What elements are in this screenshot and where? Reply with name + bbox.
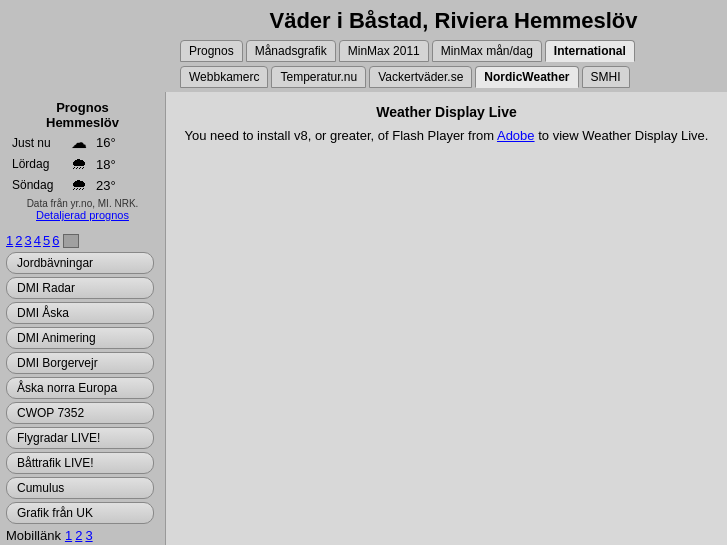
sidebar-btn-aska-norra[interactable]: Åska norra Europa bbox=[6, 377, 154, 399]
tab-manadsgrafik[interactable]: Månadsgrafik bbox=[246, 40, 336, 62]
page-next-arrow[interactable] bbox=[63, 234, 79, 248]
sidebar-btn-flygradar[interactable]: Flygradar LIVE! bbox=[6, 427, 154, 449]
weather-label-sondag: Söndag bbox=[12, 178, 64, 192]
sidebar: Prognos Hemmeslöv Just nu ☁ 16° Lördag 🌧… bbox=[0, 92, 165, 545]
sidebar-btn-dmi-animering[interactable]: DMI Animering bbox=[6, 327, 154, 349]
page-num-3[interactable]: 3 bbox=[24, 233, 31, 248]
weather-label-justnow: Just nu bbox=[12, 136, 64, 150]
prognos-box: Prognos Hemmeslöv Just nu ☁ 16° Lördag 🌧… bbox=[6, 96, 159, 227]
data-source: Data från yr.no, MI. NRK. bbox=[12, 198, 153, 209]
tab-prognos[interactable]: Prognos bbox=[180, 40, 243, 62]
sidebar-btn-battrafik[interactable]: Båttrafik LIVE! bbox=[6, 452, 154, 474]
page-title: Väder i Båstad, Riviera Hemmeslöv bbox=[0, 0, 727, 38]
weather-temp-lordag: 18° bbox=[96, 157, 116, 172]
page-num-2[interactable]: 2 bbox=[15, 233, 22, 248]
weather-label-lordag: Lördag bbox=[12, 157, 64, 171]
tabs-row2: Webbkamerc Temperatur.nu Vackertväder.se… bbox=[0, 64, 727, 90]
weather-icon-justnow: ☁ bbox=[64, 133, 94, 152]
mobillank-row: Mobillänk 1 2 3 bbox=[6, 528, 159, 543]
sidebar-btn-cwop[interactable]: CWOP 7352 bbox=[6, 402, 154, 424]
weather-temp-sondag: 23° bbox=[96, 178, 116, 193]
tab-nordicweather[interactable]: NordicWeather bbox=[475, 66, 578, 88]
tab-smhi[interactable]: SMHI bbox=[582, 66, 630, 88]
weather-row-lordag: Lördag 🌧 18° bbox=[12, 155, 153, 173]
content-text-before-link: You need to install v8, or greater, of F… bbox=[185, 128, 497, 143]
weather-icon-lordag: 🌧 bbox=[64, 155, 94, 173]
tab-webbkamerc[interactable]: Webbkamerc bbox=[180, 66, 268, 88]
mobillank-3[interactable]: 3 bbox=[85, 528, 92, 543]
tab-vackertväder[interactable]: Vackertväder.se bbox=[369, 66, 472, 88]
adobe-link[interactable]: Adobe bbox=[497, 128, 535, 143]
page-num-5[interactable]: 5 bbox=[43, 233, 50, 248]
sidebar-btn-grafik-uk[interactable]: Grafik från UK bbox=[6, 502, 154, 524]
content-area: Weather Display Live You need to install… bbox=[165, 92, 727, 545]
tab-temperatur[interactable]: Temperatur.nu bbox=[271, 66, 366, 88]
content-title: Weather Display Live bbox=[182, 104, 711, 120]
content-text-after-link: to view Weather Display Live. bbox=[535, 128, 709, 143]
sidebar-btn-cumulus[interactable]: Cumulus bbox=[6, 477, 154, 499]
page-numbers: 1 2 3 4 5 6 bbox=[6, 233, 159, 248]
tab-minmax2011[interactable]: MinMax 2011 bbox=[339, 40, 429, 62]
weather-row-justnow: Just nu ☁ 16° bbox=[12, 133, 153, 152]
weather-temp-justnow: 16° bbox=[96, 135, 116, 150]
page-num-1[interactable]: 1 bbox=[6, 233, 13, 248]
page-num-6[interactable]: 6 bbox=[52, 233, 59, 248]
content-text: You need to install v8, or greater, of F… bbox=[182, 128, 711, 143]
tabs-row1: Prognos Månadsgrafik MinMax 2011 MinMax … bbox=[0, 38, 727, 64]
main-layout: Prognos Hemmeslöv Just nu ☁ 16° Lördag 🌧… bbox=[0, 92, 727, 545]
detaljerad-prognos-link[interactable]: Detaljerad prognos bbox=[12, 209, 153, 221]
prognos-title: Prognos Hemmeslöv bbox=[12, 100, 153, 130]
mobillank-2[interactable]: 2 bbox=[75, 528, 82, 543]
weather-icon-sondag: 🌧 bbox=[64, 176, 94, 194]
tab-international[interactable]: International bbox=[545, 40, 635, 62]
weather-row-sondag: Söndag 🌧 23° bbox=[12, 176, 153, 194]
sidebar-btn-dmi-borgervejr[interactable]: DMI Borgervejr bbox=[6, 352, 154, 374]
sidebar-btn-jordbavningar[interactable]: Jordbävningar bbox=[6, 252, 154, 274]
mobillank-1[interactable]: 1 bbox=[65, 528, 72, 543]
mobillank-label: Mobillänk bbox=[6, 528, 61, 543]
page-num-4[interactable]: 4 bbox=[34, 233, 41, 248]
tab-minmax-man-dag[interactable]: MinMax mån/dag bbox=[432, 40, 542, 62]
sidebar-btn-dmi-radar[interactable]: DMI Radar bbox=[6, 277, 154, 299]
sidebar-btn-dmi-aska[interactable]: DMI Åska bbox=[6, 302, 154, 324]
